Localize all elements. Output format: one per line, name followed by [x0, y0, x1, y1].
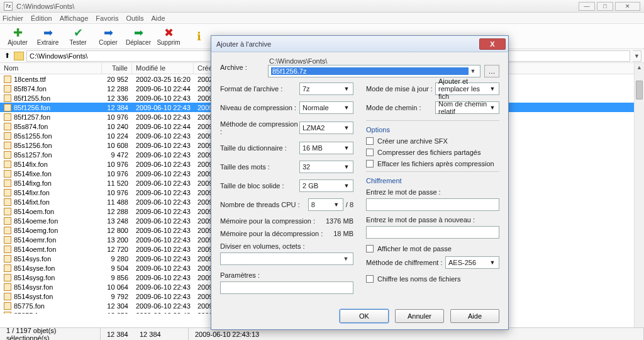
toolbar-ajouter[interactable]: ✚Ajouter — [3, 26, 33, 46]
file-size: 10 976 — [102, 189, 132, 196]
shared-checkbox[interactable]: Compresser des fichiers partagés — [366, 149, 499, 156]
file-modified: 2009-06-10 22:43 — [132, 246, 194, 253]
toolbar-supprim[interactable]: ✖Supprim — [153, 26, 184, 46]
file-name: 8514oem.fon — [14, 208, 54, 215]
col-header-name[interactable]: Nom — [0, 63, 102, 74]
file-size: 12 288 — [102, 208, 132, 215]
pathmode-label: Mode de chemin : — [366, 104, 435, 111]
cpu-select[interactable]: 8▼ — [308, 198, 343, 211]
file-size: 10 976 — [102, 170, 132, 178]
toolbar-extraire[interactable]: ➡Extraire — [33, 26, 63, 46]
dict-select[interactable]: 16 MB▼ — [299, 142, 353, 154]
toolbar-copier[interactable]: ➡Copier — [93, 26, 123, 46]
params-input[interactable] — [220, 281, 353, 294]
col-header-size[interactable]: Taille — [102, 63, 132, 74]
showpwd-checkbox[interactable]: Afficher le mot de passe — [366, 245, 499, 252]
block-select[interactable]: 2 GB▼ — [299, 179, 353, 192]
split-label: Diviser en volumes, octets : — [220, 242, 353, 250]
file-modified: 2009-06-10 22:43 — [132, 264, 194, 272]
block-label: Taille de bloc solide : — [220, 182, 299, 190]
format-select[interactable]: 7z▼ — [299, 82, 353, 95]
file-size: 9 792 — [102, 293, 132, 300]
menu-fichier[interactable]: Fichier — [3, 14, 23, 22]
scroll-thumb[interactable] — [636, 81, 643, 99]
scroll-up-icon[interactable]: ▲ — [635, 63, 644, 72]
file-modified: 2009-06-10 22:43 — [132, 198, 194, 206]
maximize-button[interactable]: □ — [597, 2, 613, 11]
ok-button[interactable]: OK — [340, 309, 389, 323]
chevron-down-icon: ▼ — [343, 86, 350, 92]
window-titlebar: 7z C:\Windows\Fonts\ — □ ✕ — [0, 0, 644, 13]
chevron-down-icon: ▼ — [343, 125, 350, 131]
minimize-button[interactable]: — — [579, 2, 595, 11]
file-size: 10 608 — [102, 142, 132, 149]
password-input[interactable] — [366, 198, 499, 211]
file-modified: 2009-06-10 22:43 — [132, 94, 194, 102]
file-icon — [4, 85, 11, 93]
file-modified: 2009-06-10 22:43 — [132, 179, 194, 187]
toolbar-glyph-icon: ✚ — [3, 26, 33, 39]
encnames-checkbox[interactable]: Chiffre les noms de fichiers — [366, 275, 499, 283]
menu-edition[interactable]: Édition — [31, 14, 52, 22]
col-header-modified[interactable]: Modifié le — [132, 63, 194, 74]
add-archive-dialog: Ajouter à l'archive X Archive : C:\Windo… — [211, 35, 509, 330]
status-size: 12 384 — [107, 331, 128, 338]
browse-button[interactable]: … — [484, 65, 499, 77]
sfx-checkbox[interactable]: Créer une archive SFX — [366, 137, 499, 145]
help-button[interactable]: Aide — [450, 309, 499, 323]
file-modified: 2009-06-10 22:43 — [132, 255, 194, 263]
toolbar-glyph-icon: ✔ — [63, 26, 93, 39]
toolbar-info[interactable]: ℹ — [184, 30, 214, 43]
menu-affichage[interactable]: Affichage — [60, 14, 89, 22]
menu-aide[interactable]: Aide — [152, 14, 165, 22]
file-size: 11 488 — [102, 198, 132, 206]
cancel-button[interactable]: Annuler — [395, 309, 444, 323]
file-icon — [4, 264, 11, 272]
memdecomp-value: 18 MB — [333, 230, 353, 237]
memcomp-label: Mémoire pour la compression : — [220, 217, 326, 225]
method-select[interactable]: LZMA2▼ — [299, 122, 353, 134]
memdecomp-label: Mémoire pour la décompression : — [220, 230, 333, 237]
toolbar-glyph-icon: ➡ — [123, 26, 153, 39]
pathmode-select[interactable]: Nom de chemin relatif▼ — [435, 101, 499, 114]
update-select[interactable]: Ajouter et remplacer les fich▼ — [435, 82, 499, 95]
close-button[interactable]: ✕ — [615, 2, 640, 11]
file-icon — [4, 170, 11, 178]
path-dropdown-arrow[interactable]: ▼ — [633, 50, 641, 62]
file-icon — [4, 217, 11, 225]
file-icon — [4, 76, 11, 83]
menu-outils[interactable]: Outils — [126, 14, 143, 22]
file-name: 8514sysr.fon — [14, 283, 53, 291]
file-icon — [4, 255, 11, 263]
cpu-label: Nombre de threads CPU : — [220, 201, 308, 208]
toolbar-label: Ajouter — [3, 39, 33, 46]
level-label: Niveau de compression : — [220, 104, 299, 111]
file-modified: 2009-06-10 22:43 — [132, 104, 194, 111]
vertical-scrollbar[interactable]: ▲ — [634, 63, 644, 327]
file-modified: 2009-06-10 22:43 — [132, 170, 194, 178]
file-size: 12 256 — [102, 312, 132, 314]
file-name: 8514fixe.fon — [14, 170, 52, 178]
file-size: 10 240 — [102, 123, 132, 130]
file-name: 85s1256.fon — [14, 142, 52, 149]
status-selection: 1 / 1197 objet(s) sélectionné(s) — [0, 328, 101, 340]
password2-input[interactable] — [366, 226, 499, 239]
split-combo[interactable]: ▼ — [220, 252, 353, 265]
menu-favoris[interactable]: Favoris — [96, 14, 118, 22]
file-name: 85f1255.fon — [14, 94, 50, 102]
chevron-down-icon: ▼ — [343, 183, 350, 189]
file-size: 11 520 — [102, 179, 132, 187]
folder-icon — [14, 52, 24, 60]
level-select[interactable]: Normale▼ — [299, 101, 353, 114]
delete-checkbox[interactable]: Effacer les fichiers après compression — [366, 160, 499, 167]
checkbox-icon — [366, 149, 374, 156]
encmethod-select[interactable]: AES-256▼ — [445, 256, 499, 269]
up-icon[interactable]: ⬆ — [3, 52, 11, 60]
dialog-close-button[interactable]: X — [479, 38, 506, 50]
file-name: 8514fixr.fon — [14, 189, 50, 196]
archive-name-combo[interactable]: 85f1256.7z ▼ — [268, 65, 480, 77]
word-select[interactable]: 32▼ — [299, 161, 353, 173]
dialog-titlebar[interactable]: Ajouter à l'archive X — [211, 36, 508, 52]
toolbar-déplacer[interactable]: ➡Déplacer — [123, 26, 153, 46]
toolbar-tester[interactable]: ✔Tester — [63, 26, 93, 46]
